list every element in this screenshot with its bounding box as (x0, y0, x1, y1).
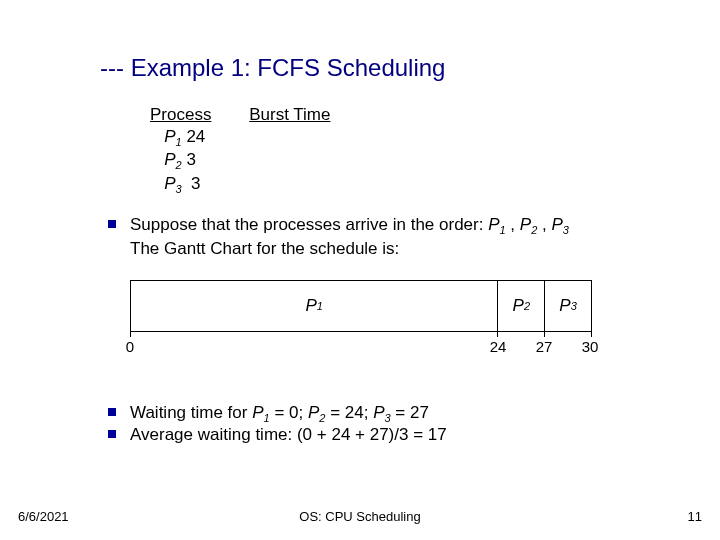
tick-label: 30 (582, 338, 599, 355)
col-burst: Burst Time (249, 105, 330, 124)
bullet-1: Suppose that the processes arrive in the… (130, 214, 680, 259)
tick (591, 329, 592, 337)
slide: --- Example 1: FCFS Scheduling Process B… (0, 0, 720, 540)
col-process: Process (150, 105, 211, 124)
bullet-3: Average waiting time: (0 + 24 + 27)/3 = … (130, 424, 690, 445)
gantt-chart: P1 P2 P3 (130, 280, 592, 332)
tick (130, 329, 131, 337)
gantt-seg-p1: P1 (131, 281, 498, 331)
tick (497, 329, 498, 337)
table-row: P2 3 (150, 150, 330, 171)
tick-label: 27 (536, 338, 553, 355)
table-row: P3 3 (150, 174, 330, 195)
footer-center: OS: CPU Scheduling (299, 509, 420, 524)
bullet-icon (108, 408, 116, 416)
tick-label: 0 (126, 338, 134, 355)
page-title: --- Example 1: FCFS Scheduling (100, 54, 445, 82)
tick (544, 329, 545, 337)
footer-date: 6/6/2021 (18, 509, 69, 524)
table-header: Process Burst Time (150, 105, 330, 125)
table-row: P1 24 (150, 127, 330, 148)
bullet-icon (108, 220, 116, 228)
bullet-2: Waiting time for P1 = 0; P2 = 24; P3 = 2… (130, 402, 690, 426)
bullet-icon (108, 430, 116, 438)
tick-label: 24 (490, 338, 507, 355)
gantt-seg-p3: P3 (545, 281, 591, 331)
gantt-seg-p2: P2 (498, 281, 545, 331)
footer-page-number: 11 (688, 509, 702, 524)
process-table: Process Burst Time P1 24 P2 3 P3 3 (150, 105, 330, 195)
